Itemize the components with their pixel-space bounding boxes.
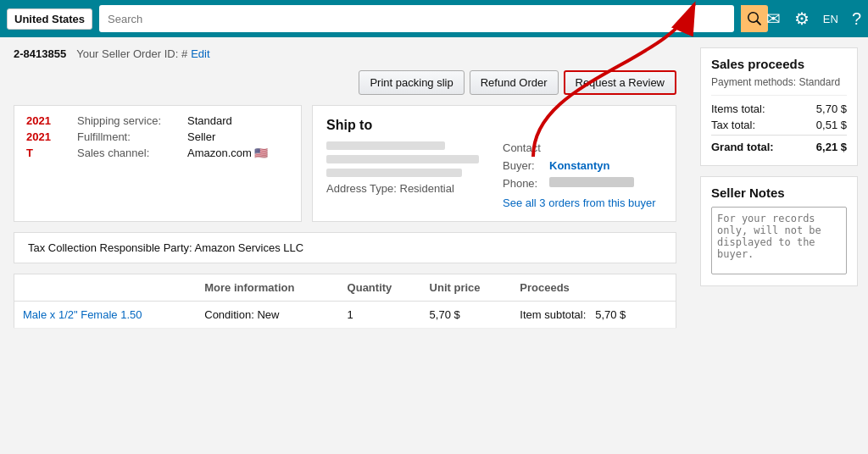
table-row: Male x 1/2" Female 1.50 Condition: New 1…	[14, 302, 676, 329]
date-2: 2021	[26, 130, 77, 143]
detail-row-3: T Sales channel: Amazon.com 🇺🇸	[26, 147, 289, 159]
ship-address: Address Type: Residential	[326, 141, 486, 209]
phone-value-blurred	[549, 177, 634, 187]
address-type: Address Type: Residential	[326, 182, 486, 195]
address-type-label: Address Type:	[326, 182, 397, 195]
payment-methods: Payment methods: Standard	[711, 76, 847, 96]
tax-total-row: Tax total: 0,51 $	[711, 119, 847, 131]
table-body: Male x 1/2" Female 1.50 Condition: New 1…	[14, 302, 676, 329]
grand-total-label: Grand total:	[711, 141, 774, 153]
tax-total-value: 0,51 $	[816, 119, 847, 131]
fulfillment-label: Fulfillment:	[77, 130, 187, 143]
shipping-label: Shipping service:	[77, 114, 187, 127]
sales-channel-value: Amazon.com 🇺🇸	[187, 147, 268, 159]
items-total-label: Items total:	[711, 102, 765, 115]
col-unit-price: Unit price	[421, 274, 512, 302]
seller-notes-title: Seller Notes	[711, 185, 847, 200]
phone-label: Phone:	[503, 177, 549, 190]
col-proceeds: Proceeds	[511, 274, 676, 302]
items-table: More information Quantity Unit price Pro…	[14, 274, 676, 329]
date-3: T	[26, 147, 77, 159]
request-review-button[interactable]: Request a Review	[564, 70, 677, 95]
contact-label: Contact	[503, 141, 549, 154]
mail-icon[interactable]: ✉	[766, 8, 781, 29]
ship-to-title: Ship to	[326, 118, 662, 133]
item-name-link[interactable]: Male x 1/2" Female 1.50	[23, 308, 142, 321]
print-packing-slip-button[interactable]: Print packing slip	[359, 70, 464, 95]
detail-row-2: 2021 Fulfillment: Seller	[26, 130, 289, 143]
tax-total-label: Tax total:	[711, 119, 755, 131]
sales-proceeds-box: Sales proceeds Payment methods: Standard…	[700, 47, 858, 166]
country-selector[interactable]: United States	[7, 8, 92, 30]
tax-label: Tax Collection Responsible Party:	[28, 241, 192, 254]
search-input[interactable]	[108, 13, 726, 25]
col-more-info: More information	[196, 274, 338, 302]
sales-proceeds-title: Sales proceeds	[711, 57, 847, 71]
tax-value: Amazon Services LLC	[195, 241, 304, 254]
order-id: 2-8413855	[14, 47, 66, 60]
date-1: 2021	[26, 114, 77, 127]
address-type-value: Residential	[400, 182, 454, 195]
shipping-value: Standard	[187, 114, 232, 127]
col-quantity: Quantity	[339, 274, 421, 302]
subtotal-label: Item subtotal:	[520, 308, 586, 321]
item-info-cell: Condition: New	[196, 302, 338, 329]
address-line-2	[326, 155, 479, 163]
order-dates-panel: 2021 Shipping service: Standard 2021 Ful…	[14, 105, 302, 222]
seller-notes-textarea[interactable]	[711, 207, 847, 274]
contact-label-row: Contact	[503, 141, 662, 154]
phone-row: Phone:	[503, 177, 662, 190]
ship-to-box: Ship to Address Type: Residential	[312, 105, 676, 222]
right-panel: Sales proceeds Payment methods: Standard…	[690, 37, 868, 339]
seller-notes-box: Seller Notes	[700, 176, 858, 286]
ship-to-content: Address Type: Residential Contact Buyer:…	[326, 141, 662, 209]
left-panel: 2-8413855 Your Seller Order ID: # Edit P…	[0, 37, 690, 339]
see-orders-link[interactable]: See all 3 orders from this buyer	[503, 197, 662, 209]
nav-icons: ✉ ⚙ EN ?	[766, 8, 861, 29]
buyer-name-link[interactable]: Konstantyn	[549, 159, 610, 172]
action-buttons: Print packing slip Refund Order Request …	[14, 70, 676, 95]
order-header: 2-8413855 Your Seller Order ID: # Edit	[14, 47, 676, 60]
search-bar	[99, 5, 734, 32]
main-content: 2-8413855 Your Seller Order ID: # Edit P…	[0, 37, 868, 339]
address-line-1	[326, 141, 445, 150]
grand-total-row: Grand total: 6,21 $	[711, 135, 847, 153]
edit-order-link[interactable]: Edit	[191, 47, 209, 60]
sales-channel-label: Sales channel:	[77, 147, 187, 159]
tax-row: Tax Collection Responsible Party: Amazon…	[14, 232, 676, 263]
buyer-label: Buyer:	[503, 159, 549, 172]
items-total-row: Items total: 5,70 $	[711, 102, 847, 115]
grand-total-value: 6,21 $	[816, 141, 847, 153]
help-icon[interactable]: ?	[852, 9, 861, 29]
language-selector[interactable]: EN	[823, 13, 838, 25]
item-unit-price-cell: 5,70 $	[421, 302, 512, 329]
col-item	[14, 274, 197, 302]
detail-row-1: 2021 Shipping service: Standard	[26, 114, 289, 127]
order-details-row: 2021 Shipping service: Standard 2021 Ful…	[14, 105, 676, 222]
buyer-row: Buyer: Konstantyn	[503, 159, 662, 172]
address-line-3	[326, 169, 462, 177]
table-header: More information Quantity Unit price Pro…	[14, 274, 676, 302]
item-name-cell: Male x 1/2" Female 1.50	[14, 302, 197, 329]
item-proceeds-cell: Item subtotal: 5,70 $	[511, 302, 676, 329]
ship-contact: Contact Buyer: Konstantyn Phone: See all…	[503, 141, 662, 209]
refund-order-button[interactable]: Refund Order	[470, 70, 559, 95]
table-header-row: More information Quantity Unit price Pro…	[14, 274, 676, 302]
subtotal-value: 5,70 $	[595, 308, 626, 321]
top-nav: United States ✉ ⚙ EN ?	[0, 0, 868, 37]
search-button[interactable]	[741, 5, 768, 32]
item-quantity-cell: 1	[339, 302, 421, 329]
items-total-value: 5,70 $	[816, 102, 847, 115]
gear-icon[interactable]: ⚙	[794, 8, 810, 29]
fulfillment-value: Seller	[187, 130, 215, 143]
seller-order-id-label: Your Seller Order ID: #	[76, 47, 187, 60]
